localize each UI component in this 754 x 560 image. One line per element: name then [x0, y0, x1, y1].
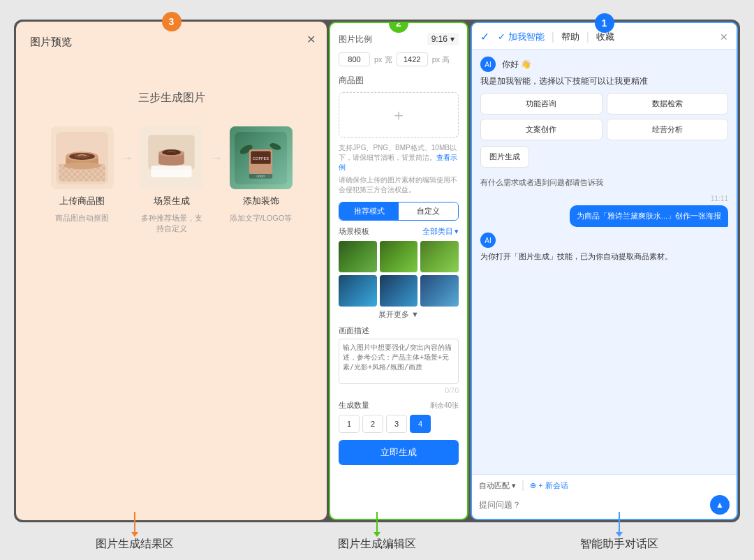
scene-item-4[interactable]: [339, 275, 377, 307]
arrow-2: →: [210, 126, 223, 165]
greeting-row: AI 你好 👋: [480, 57, 728, 72]
plus-icon: ＋: [391, 105, 406, 126]
func-btn-0[interactable]: 功能咨询: [480, 93, 603, 115]
panel-title-left: 图片预览: [30, 36, 313, 49]
arrow-right: [619, 512, 620, 533]
badge-left: 3: [162, 12, 182, 31]
chat-close-button[interactable]: ✕: [720, 31, 728, 43]
step-item-2: 场景生成 多种推荐场景，支持自定义: [140, 126, 203, 234]
quantity-remain: 剩余40张: [430, 401, 459, 411]
panel-middle: 2 图片比例 9:16 ▾ px 宽 px 高 商品图 ＋ 支持JPG、PNG、…: [329, 22, 468, 520]
bottom-label-left-item: 图片生成结果区: [96, 512, 174, 552]
bottom-label-middle-item: 图片生成编辑区: [338, 512, 416, 552]
step-label-3: 添加装饰: [243, 195, 279, 207]
user-bubble: 为商品「雅诗兰黛爽肤水...」创作一张海报: [570, 205, 728, 227]
quantity-selector: 1 2 3 4: [339, 415, 459, 433]
step-label-2: 场景生成: [154, 195, 190, 207]
step-sublabel-3: 添加文字/LOGO等: [230, 213, 293, 223]
step-sublabel-2: 多种推荐场景，支持自定义: [140, 213, 203, 234]
greeting-text: 你好 👋: [502, 59, 531, 71]
svg-point-16: [162, 149, 181, 155]
ratio-selector[interactable]: 9:16 ▾: [427, 33, 459, 45]
char-count: 0/70: [339, 387, 459, 395]
panel-left: 3 图片预览 ✕ 三步生成图片: [16, 22, 327, 520]
func-btn-1[interactable]: 数据检索: [607, 93, 729, 115]
new-chat-text: + 新会话: [538, 480, 568, 491]
qty-btn-1[interactable]: 1: [339, 415, 360, 433]
auto-match-text: 自动匹配: [479, 480, 510, 491]
header-jiawozhineng[interactable]: ✓ 加我智能: [498, 31, 545, 43]
scene-grid-bottom: [339, 275, 459, 307]
scene-header: 场景模板 全部类目 ▾: [339, 226, 459, 237]
bottom-label-right-item: 智能助手对话区: [580, 512, 658, 552]
new-chat-button[interactable]: ⊕ + 新会话: [530, 480, 568, 491]
category-text: 全部类目: [422, 226, 453, 237]
scene-item-1[interactable]: [339, 241, 377, 272]
bottom-label-left: 图片生成结果区: [96, 537, 174, 552]
auto-match-option[interactable]: 自动匹配 ▾: [479, 480, 516, 491]
height-input[interactable]: [397, 52, 428, 66]
svg-point-9: [74, 153, 90, 158]
step-img-2: [140, 126, 203, 189]
func-btn-single[interactable]: 图片生成: [480, 146, 529, 168]
tab-custom[interactable]: 自定义: [399, 202, 458, 220]
step-img-1: [51, 126, 114, 189]
check-icon: ✓: [480, 30, 489, 43]
steps-section: 三步生成图片: [30, 91, 313, 234]
chat-input[interactable]: [479, 500, 706, 510]
tab-recommend[interactable]: 推荐模式: [339, 202, 399, 220]
width-unit: px 宽: [374, 54, 392, 65]
see-example-link[interactable]: 查看示例: [339, 154, 457, 171]
chevron-icon: ▾: [450, 34, 454, 44]
scene-label: 场景模板: [339, 226, 369, 237]
footer-options: 自动匹配 ▾ | ⊕ + 新会话: [479, 479, 730, 492]
bottom-label-middle: 图片生成编辑区: [338, 537, 416, 552]
arrow-left: [134, 512, 135, 533]
header-help[interactable]: 帮助: [561, 31, 579, 43]
bottom-labels: 图片生成结果区 图片生成编辑区 智能助手对话区: [14, 512, 740, 552]
svg-point-10: [64, 162, 101, 169]
quantity-label: 生成数量: [339, 400, 369, 411]
step-item-3: COFFEE LOGO 添加装饰 添加文字/LOGO等: [230, 126, 293, 223]
steps-row: 上传商品图 商品图自动抠图 →: [51, 126, 293, 234]
qty-btn-2[interactable]: 2: [362, 415, 383, 433]
width-input[interactable]: [339, 52, 370, 66]
upload-area[interactable]: ＋: [339, 92, 459, 138]
badge-right: 1: [595, 13, 614, 33]
scene-grid-top: [339, 241, 459, 272]
close-button[interactable]: ✕: [306, 33, 316, 46]
quantity-row: 生成数量 剩余40张: [339, 400, 459, 411]
chevron-icon-scene: ▾: [454, 227, 459, 236]
size-row: px 宽 px 高: [339, 52, 459, 66]
step-sublabel-1: 商品图自动抠图: [55, 213, 109, 223]
qty-btn-3[interactable]: 3: [386, 415, 407, 433]
svg-text:LOGO: LOGO: [256, 175, 265, 178]
qty-btn-4[interactable]: 4: [410, 415, 431, 433]
expand-more[interactable]: 展开更多 ▼: [339, 309, 459, 320]
func-btn-2[interactable]: 文案创作: [480, 119, 603, 140]
ai-avatar-2: AI: [480, 233, 496, 248]
scene-item-5[interactable]: [380, 275, 418, 307]
ratio-label: 图片比例: [339, 34, 372, 45]
func-btn-3[interactable]: 经营分析: [607, 119, 729, 140]
badge-middle: 2: [389, 22, 408, 33]
upload-hint2: 请确保你上传的图片素材的编辑使用不会侵犯第三方合法权益。: [339, 175, 459, 195]
ai-avatar: AI: [480, 57, 496, 72]
mode-tabs: 推荐模式 自定义: [339, 202, 459, 221]
scene-item-2[interactable]: [380, 241, 418, 272]
scene-item-6[interactable]: [420, 275, 459, 307]
scene-item-3[interactable]: [420, 241, 459, 272]
ratio-row: 图片比例 9:16 ▾: [339, 33, 459, 45]
scene-category[interactable]: 全部类目 ▾: [422, 226, 459, 237]
ai-response-row: AI: [480, 233, 728, 248]
chevron-down-icon: ▾: [512, 481, 516, 490]
height-unit: px 高: [432, 54, 450, 65]
desc-textarea[interactable]: [339, 339, 459, 384]
chat-body: AI 你好 👋 我是加我智能，选择以下技能可以让我更精准 功能咨询 数据检索 文…: [472, 50, 737, 474]
ai-response-msg: AI 为你打开「图片生成」技能，已为你自动提取商品素材。: [480, 233, 728, 263]
step-img-3: COFFEE LOGO: [230, 126, 293, 189]
func-btn-grid: 功能咨询 数据检索 文案创作 经营分析: [480, 93, 728, 140]
step-item-1: 上传商品图 商品图自动抠图: [51, 126, 114, 223]
arrow-1: →: [121, 126, 133, 165]
generate-button[interactable]: 立即生成: [339, 440, 459, 465]
